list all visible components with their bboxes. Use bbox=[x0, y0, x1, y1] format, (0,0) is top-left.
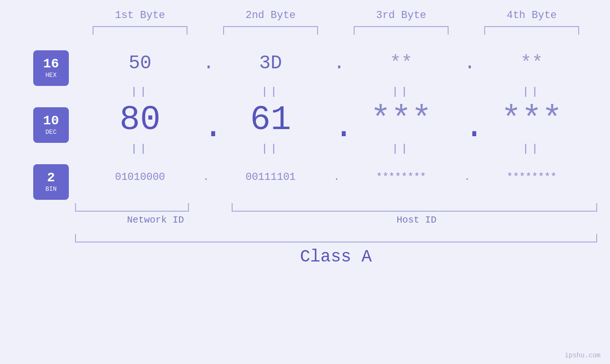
network-id-label: Network ID bbox=[75, 215, 236, 225]
hex-badge-label: HEX bbox=[46, 72, 56, 79]
class-label: Class A bbox=[75, 247, 597, 267]
hex-badge: 16 HEX bbox=[33, 50, 69, 86]
bin-badge: 2 BIN bbox=[33, 164, 69, 200]
dec-b4-value: *** bbox=[501, 101, 563, 140]
hex-dot1: . bbox=[203, 53, 208, 74]
eq2-b3: || bbox=[338, 143, 464, 155]
eq-spacer-2 bbox=[25, 144, 77, 163]
dec-b3-cell: *** bbox=[338, 101, 464, 140]
class-bracket bbox=[75, 234, 597, 243]
watermark: ipshu.com bbox=[564, 352, 601, 359]
dec-b1-cell: 80 bbox=[77, 101, 203, 140]
bin-badge-num: 2 bbox=[47, 171, 55, 186]
header-byte4: 4th Byte bbox=[479, 9, 584, 21]
bin-b2-cell: 00111101 bbox=[208, 171, 334, 183]
eq1-b4: || bbox=[469, 86, 594, 98]
eq1-b2: || bbox=[207, 86, 333, 98]
hex-dot3: . bbox=[464, 53, 469, 74]
eq1-b3: || bbox=[338, 86, 464, 98]
bracket-b3 bbox=[354, 26, 449, 35]
bin-dot3: . bbox=[464, 171, 469, 183]
hex-b3-cell: ** bbox=[338, 53, 464, 74]
eq1-b1: || bbox=[77, 86, 203, 98]
host-bracket bbox=[232, 203, 597, 212]
bin-b1-value: 01010000 bbox=[115, 171, 165, 183]
hex-badge-num: 16 bbox=[43, 57, 59, 72]
eq2-b2: || bbox=[207, 143, 333, 155]
bin-dot2: . bbox=[334, 171, 338, 183]
eq-spacer-1 bbox=[25, 87, 77, 106]
bracket-b4 bbox=[484, 26, 579, 35]
dec-badge-row: 10 DEC bbox=[25, 106, 77, 144]
hex-badge-row: 16 HEX bbox=[25, 49, 77, 87]
bracket-gap bbox=[189, 203, 232, 212]
badges-column: 16 HEX 10 DEC 2 BIN bbox=[25, 44, 77, 201]
bin-b4-cell: ******** bbox=[469, 171, 595, 183]
hex-b2-cell: 3D bbox=[208, 53, 334, 74]
dec-badge: 10 DEC bbox=[33, 107, 69, 143]
hex-dot2: . bbox=[334, 53, 338, 74]
eq-row-1: || || || || bbox=[77, 82, 595, 101]
dec-b3-value: *** bbox=[370, 101, 432, 140]
byte-headers: 1st Byte 2nd Byte 3rd Byte 4th Byte bbox=[75, 9, 597, 21]
bin-dot1: . bbox=[203, 171, 208, 183]
hex-value-row: 50 . 3D . ** . ** bbox=[77, 44, 595, 82]
hex-b4-cell: ** bbox=[469, 53, 595, 74]
dec-badge-num: 10 bbox=[43, 114, 59, 129]
values-grid: 50 . 3D . ** . ** || || bbox=[77, 44, 595, 201]
bin-badge-label: BIN bbox=[46, 186, 56, 193]
dec-badge-label: DEC bbox=[46, 129, 56, 136]
bottom-section: Network ID Host ID bbox=[75, 203, 597, 225]
hex-b4-value: ** bbox=[520, 53, 543, 74]
dec-b2-value: 61 bbox=[250, 101, 291, 140]
network-bracket bbox=[75, 203, 189, 212]
dec-b4-cell: *** bbox=[469, 101, 595, 140]
bin-badge-row: 2 BIN bbox=[25, 163, 77, 201]
dec-b1-value: 80 bbox=[120, 101, 160, 140]
bin-value-row: 01010000 . 00111101 . ******** . *******… bbox=[77, 158, 595, 196]
main-container: 1st Byte 2nd Byte 3rd Byte 4th Byte 16 H… bbox=[0, 0, 610, 364]
bin-b4-value: ******** bbox=[507, 171, 557, 183]
bin-b3-value: ******** bbox=[376, 171, 426, 183]
bin-b3-cell: ******** bbox=[338, 171, 464, 183]
rows-wrapper: 16 HEX 10 DEC 2 BIN bbox=[25, 44, 595, 201]
top-brackets bbox=[75, 26, 597, 35]
bottom-bracket-line bbox=[75, 203, 597, 212]
hex-b2-value: 3D bbox=[259, 53, 282, 74]
hex-b1-cell: 50 bbox=[77, 53, 203, 74]
header-byte1: 1st Byte bbox=[88, 9, 192, 21]
eq2-b4: || bbox=[469, 143, 594, 155]
bracket-b1 bbox=[93, 26, 188, 35]
header-byte2: 2nd Byte bbox=[218, 9, 323, 21]
hex-b1-value: 50 bbox=[129, 53, 151, 74]
bin-b2-value: 00111101 bbox=[245, 171, 296, 183]
bin-b1-cell: 01010000 bbox=[77, 171, 203, 183]
host-id-label: Host ID bbox=[236, 215, 597, 225]
id-labels: Network ID Host ID bbox=[75, 215, 597, 225]
dec-b2-cell: 61 bbox=[208, 101, 334, 140]
bracket-b2 bbox=[223, 26, 318, 35]
hex-b3-value: ** bbox=[390, 53, 413, 74]
header-byte3: 3rd Byte bbox=[349, 9, 453, 21]
dec-value-row: 80 . 61 . *** . *** bbox=[77, 101, 595, 139]
eq-row-2: || || || || bbox=[77, 139, 595, 158]
eq2-b1: || bbox=[77, 143, 203, 155]
